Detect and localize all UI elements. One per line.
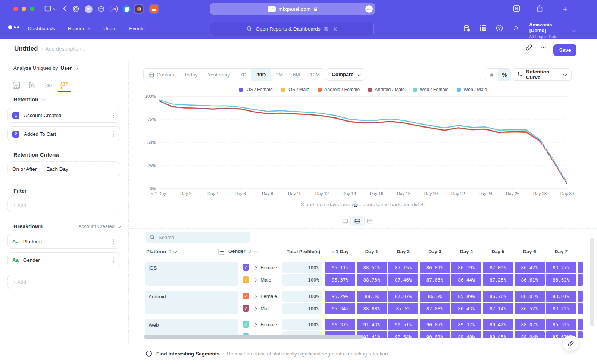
expand-chevron-icon[interactable] [253,278,257,282]
retention-cell[interactable]: 90.51% [388,319,418,330]
report-title[interactable]: Untitled [14,45,38,53]
gender-checkbox-web-female[interactable]: ✓ [243,321,249,328]
gender-checkbox-android-female[interactable]: ✓ [243,293,249,299]
close-window-button[interactable] [13,7,18,11]
platform-cell-ios[interactable]: iOS [145,262,238,286]
nav-item-reports[interactable]: Reports [68,26,91,31]
day-header-day-4[interactable]: Day 4 [451,249,481,254]
mixpanel-logo[interactable] [8,25,19,29]
retention-criteria-row[interactable]: On or After Each Day [7,161,120,176]
legend-android-male[interactable]: Android / Male [368,87,405,92]
retention-cell[interactable]: 87.08% [420,303,450,314]
breakdown-card-gender[interactable]: AaGender [7,252,120,267]
day-header-day-5[interactable]: Day 5 [483,249,513,254]
day-header-day-7[interactable]: Day 7 [546,249,576,254]
retention-cell[interactable]: 87.25% [483,274,513,286]
select-all-checkbox[interactable] [218,248,225,255]
retention-cell[interactable]: 88.88% [357,303,387,314]
range-yesterday[interactable]: Yesterday [203,69,235,81]
back-icon[interactable] [62,5,68,12]
tab-insights[interactable] [12,81,21,90]
copy-link-icon[interactable] [525,44,532,51]
range-30d[interactable]: 30D [251,69,271,81]
nav-item-events[interactable]: Events [129,26,144,31]
unit-count[interactable]: # [485,69,498,81]
gender-checkbox-ios-male[interactable]: ✓ [243,276,249,283]
retention-cell[interactable]: 86.44% [451,274,481,286]
legend-ios-male[interactable]: iOS / Male [281,87,309,92]
retention-cell[interactable]: 87.5% [388,303,418,314]
retention-cell[interactable]: 88.51% [357,262,387,273]
global-search[interactable]: Open Reports & Dashboards ⌘ + K [210,22,374,36]
step-menu-icon[interactable] [111,130,115,138]
expand-chevron-icon[interactable] [253,307,257,311]
view-toggle-table-focus[interactable] [364,216,375,226]
avatar-extension-icon[interactable]: m [84,4,93,14]
platform-column-header[interactable]: Platform 4 [146,249,176,254]
total-profiles-header[interactable]: Total Profile(s) [261,249,320,254]
help-icon[interactable]: ? [496,24,503,32]
share-link-fab[interactable] [563,335,579,351]
zoom-window-button[interactable] [30,7,34,11]
cube-extension-icon[interactable] [96,4,106,14]
unit-percent[interactable]: % [498,69,511,81]
platform-cell-android[interactable]: Android [145,291,238,314]
find-segments-link[interactable]: Find Interesting Segments [156,351,220,357]
day-header-1-day[interactable]: < 1 Day [325,249,355,254]
tab-flows[interactable] [44,81,53,90]
description-placeholder[interactable]: + Add description... [41,46,85,52]
retention-cell[interactable]: 87.03% [420,274,450,286]
nav-item-dashboards[interactable]: Dashboards [28,26,55,31]
settings-gear-icon[interactable] [512,24,520,32]
minimize-window-button[interactable] [22,7,26,11]
step-menu-icon[interactable] [111,111,115,119]
day-header-day-6[interactable]: Day 6 [515,249,545,254]
day-header-day-2[interactable]: Day 2 [388,249,418,254]
retention-cell[interactable]: 88.07% [515,319,545,330]
soundcloud-extension-icon[interactable] [149,4,159,14]
day-header-day-1[interactable]: Day 1 [357,249,387,254]
day-header-day-3[interactable]: Day 3 [420,249,450,254]
series-line-android-male[interactable] [159,101,540,141]
sidebar-toggle-icon[interactable] [44,5,51,12]
more-actions-icon[interactable]: … [540,42,547,50]
retention-cell[interactable]: 96.37% [325,319,355,330]
url-more-icon[interactable]: ••• [365,5,373,13]
expand-chevron-icon[interactable] [253,323,257,327]
new-tab-icon[interactable]: + [563,4,568,14]
share-icon[interactable] [536,4,543,12]
step-card-added-to-cart[interactable]: 2Added To Cart [7,126,120,141]
retention-cell[interactable]: 88.3% [357,291,387,302]
retention-cell[interactable]: 95.11% [325,262,355,273]
series-line-ios-female[interactable] [159,101,540,141]
analyze-entity-select[interactable]: User [60,65,72,71]
legend-web-male[interactable]: Web / Male [457,87,487,92]
gender-checkbox-ios-female[interactable]: ✓ [243,264,249,271]
criteria-condition-select[interactable]: On or After [12,166,37,172]
range-12m[interactable]: 12M [305,69,325,81]
gender-checkbox-android-male[interactable]: ✓ [243,305,249,312]
legend-ios-female[interactable]: iOS / Female [239,87,273,92]
retention-cell[interactable]: 87.15% [388,262,418,273]
retention-cell[interactable]: 86.19% [451,262,481,273]
address-bar[interactable]: •• mixpanel.com ••• [210,3,375,15]
step-card-account-created[interactable]: 1Account Created [7,108,120,123]
retention-cell[interactable]: 83.22% [546,303,576,314]
add-breakdown-button[interactable]: + Add [7,275,120,289]
criteria-interval-select[interactable]: Each Day [46,166,68,172]
retention-cell[interactable]: 85.52% [546,319,576,330]
retention-cell[interactable]: 95.29% [325,291,355,302]
add-filter-button[interactable]: + Add [7,198,120,212]
save-button[interactable]: Save [553,44,576,56]
range-7d[interactable]: 7D [235,69,251,81]
retention-cell[interactable]: 86.6% [420,291,450,302]
tab-funnels[interactable] [28,81,36,90]
range-6m[interactable]: 6M [288,69,305,81]
table-horizontal-scrollbar[interactable] [144,335,364,339]
view-toggle-split[interactable] [352,216,363,226]
retention-cell[interactable]: 86.61% [515,274,545,286]
range-today[interactable]: Today [179,69,203,81]
js-extension-icon[interactable]: JS [109,4,119,14]
retention-cell[interactable]: 85.89% [451,291,481,302]
chart-type-select[interactable]: Retention Curve [512,68,572,81]
